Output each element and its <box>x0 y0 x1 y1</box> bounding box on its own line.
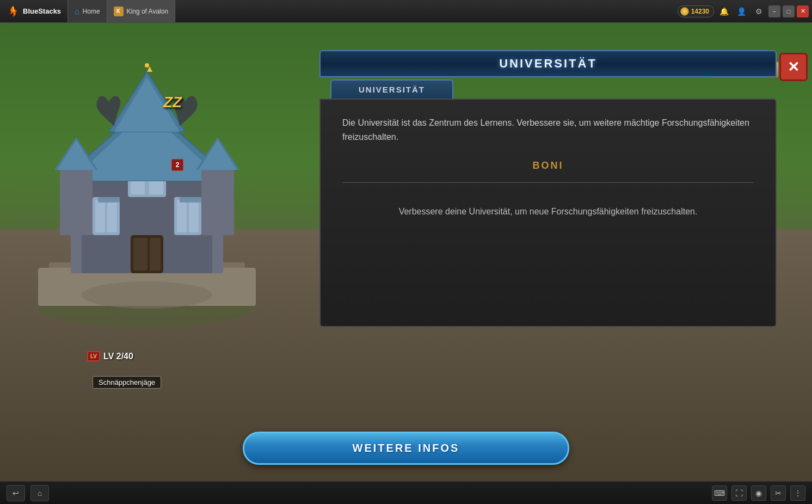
home-tab-icon: ⌂ <box>75 7 79 16</box>
svg-rect-10 <box>177 200 187 232</box>
maximize-button[interactable]: □ <box>783 5 795 17</box>
svg-rect-32 <box>150 238 161 271</box>
coin-icon <box>680 7 689 16</box>
boni-divider <box>342 182 754 183</box>
svg-rect-6 <box>95 200 105 232</box>
dialog-close-button[interactable]: ✕ <box>779 53 808 81</box>
svg-point-33 <box>82 281 212 309</box>
window-close-button[interactable]: ✕ <box>797 5 809 17</box>
game-tab-label: King of Avalon <box>127 8 169 15</box>
coin-badge: 14230 <box>678 5 714 17</box>
minimize-button[interactable]: − <box>768 5 780 17</box>
svg-rect-12 <box>180 197 201 202</box>
boni-title: BONI <box>342 160 754 171</box>
dialog-tab-universitat[interactable]: UNIVERSITÄT <box>330 79 453 99</box>
home-tab[interactable]: ⌂ Home <box>67 0 107 22</box>
game-tab-icon: K <box>114 7 124 16</box>
svg-rect-8 <box>98 197 120 202</box>
svg-rect-27 <box>201 164 234 235</box>
dialog-content: Die Universität ist das Zentrum des Lern… <box>319 99 777 327</box>
weitere-infos-button[interactable]: WEITERE INFOS <box>243 432 569 465</box>
university-dialog: UNIVERSITÄT UNIVERSITÄT Die Universität … <box>319 50 777 327</box>
lv-icon: LV <box>87 351 100 361</box>
university-building[interactable] <box>16 56 278 328</box>
titlebar-right: 14230 🔔 👤 ⚙ − □ ✕ <box>678 4 812 19</box>
home-tab-label: Home <box>83 8 100 15</box>
level-badge: LV LV 2/40 <box>87 351 133 361</box>
dialog-tab-label: UNIVERSITÄT <box>359 85 425 94</box>
svg-point-23 <box>145 63 149 67</box>
expand-icon[interactable]: ⛶ <box>731 485 747 501</box>
svg-rect-24 <box>60 164 93 235</box>
game-tab[interactable]: K King of Avalon <box>107 0 176 22</box>
dialog-description-text: Die Universität ist das Zentrum des Lern… <box>342 116 754 144</box>
settings-icon-btn[interactable]: ⚙ <box>751 4 766 19</box>
taskbar-home-button[interactable]: ⌂ <box>30 485 49 501</box>
zzz-indicator: ZZ <box>163 94 182 111</box>
dialog-main-title: UNIVERSITÄT <box>499 57 597 70</box>
svg-rect-31 <box>133 238 147 271</box>
coin-amount: 14230 <box>691 8 709 15</box>
player-name-banner: Schnäppchenjäge <box>93 376 161 389</box>
boni-description-text: Verbessere deine Universität, um neue Fo… <box>342 205 754 219</box>
level-text: LV 2/40 <box>103 352 133 361</box>
titlebar: BlueStacks ⌂ Home K King of Avalon 14230… <box>0 0 812 23</box>
back-button[interactable]: ↩ <box>7 485 25 501</box>
location-icon[interactable]: ◉ <box>751 485 766 501</box>
tools-icon[interactable]: ✂ <box>771 485 786 501</box>
taskbar-right-icons: ⌨ ⛶ ◉ ✂ ⋮ <box>712 485 805 501</box>
taskbar-home-icon: ⌂ <box>38 489 42 497</box>
svg-rect-11 <box>189 200 199 232</box>
bluestacks-logo: BlueStacks <box>0 5 67 18</box>
notification-icon-btn[interactable]: 🔔 <box>716 4 731 19</box>
account-icon-btn[interactable]: 👤 <box>734 4 749 19</box>
bluestacks-brand-label: BlueStacks <box>23 7 61 15</box>
dialog-title-banner: UNIVERSITÄT <box>319 50 777 77</box>
more-icon[interactable]: ⋮ <box>790 485 805 501</box>
keyboard-icon[interactable]: ⌨ <box>712 485 727 501</box>
back-icon: ↩ <box>13 489 19 497</box>
building-notification-badge: 2 <box>171 159 183 171</box>
taskbar: ↩ ⌂ ⌨ ⛶ ◉ ✂ ⋮ <box>0 481 812 504</box>
svg-rect-7 <box>107 200 117 232</box>
game-area: ZZ 2 LV LV 2/40 Schnäppchenjäge Hilfe & … <box>0 23 812 481</box>
